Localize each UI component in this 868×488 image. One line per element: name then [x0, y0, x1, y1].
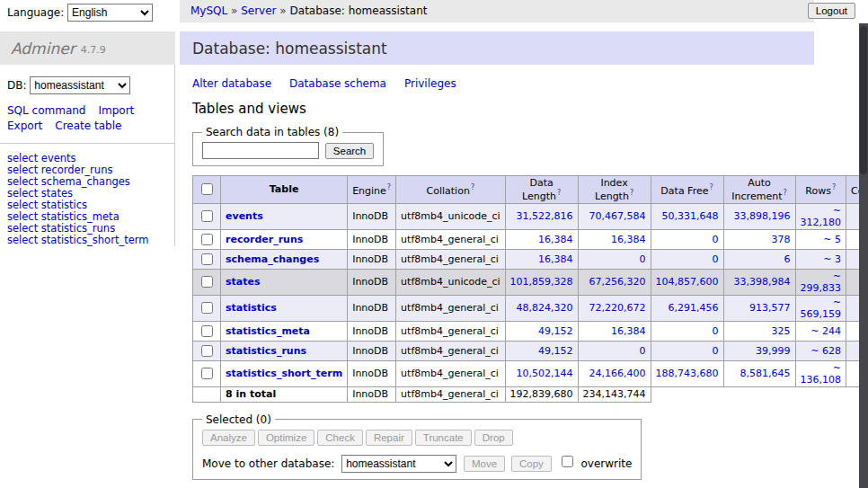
analyze-button[interactable]: Analyze [202, 430, 255, 446]
stat-link[interactable]: 188,743,680 [656, 368, 719, 379]
language-select[interactable]: English [67, 4, 153, 22]
row-checkbox[interactable] [201, 234, 213, 245]
help-link[interactable]: ? [630, 189, 633, 197]
select-all-checkbox[interactable] [201, 183, 213, 195]
stat-link[interactable]: 16,384 [611, 234, 646, 245]
drop-button[interactable]: Drop [474, 430, 513, 446]
truncate-button[interactable]: Truncate [415, 430, 472, 446]
stat-link[interactable]: 33,898,196 [734, 210, 791, 222]
stat-link[interactable]: ~ 136,108 [801, 362, 842, 386]
help-link[interactable]: ? [783, 189, 786, 197]
optimize-button[interactable]: Optimize [258, 430, 314, 446]
sidebar-select-link[interactable]: select [7, 222, 38, 235]
stat-link[interactable]: 24,166,400 [589, 368, 646, 379]
sidebar-command-link[interactable]: Import [98, 104, 134, 117]
sidebar-select-link[interactable]: select [7, 234, 38, 246]
sidebar-table-link[interactable]: statistics_meta [41, 210, 120, 223]
row-checkbox[interactable] [201, 276, 213, 288]
check-button[interactable]: Check [317, 430, 363, 446]
stat-link[interactable]: 378 [772, 234, 791, 245]
sidebar-table-link[interactable]: schema_changes [41, 175, 130, 188]
sidebar-select-link[interactable]: select [7, 175, 38, 188]
stat-link[interactable]: 913,577 [749, 302, 791, 314]
db-action-link[interactable]: Database schema [289, 77, 386, 90]
breadcrumb-link[interactable]: Server [241, 4, 276, 17]
stat-link[interactable]: 16,384 [538, 234, 573, 245]
move-button[interactable]: Move [464, 456, 505, 472]
table-name-link[interactable]: statistics_runs [226, 345, 306, 357]
stat-link[interactable]: 0 [640, 345, 646, 357]
stat-link[interactable]: ~ 299,833 [801, 271, 842, 294]
sidebar-table-link[interactable]: states [41, 187, 73, 200]
stat-link[interactable]: 16,384 [538, 253, 573, 265]
help-link[interactable]: ? [709, 183, 713, 191]
stat-link[interactable]: ~ 244 [810, 325, 841, 337]
stat-link[interactable]: 0 [713, 325, 719, 337]
table-name-link[interactable]: statistics_short_term [226, 368, 342, 379]
sidebar-select-link[interactable]: select [7, 210, 38, 223]
overwrite-checkbox[interactable] [562, 456, 573, 467]
stat-link[interactable]: 6 [784, 253, 791, 265]
row-checkbox[interactable] [201, 253, 213, 265]
sidebar-command-link[interactable]: Create table [55, 120, 121, 132]
stat-link[interactable]: 39,999 [756, 345, 791, 357]
scrollbar[interactable] [859, 23, 868, 488]
stat-link[interactable]: 70,467,584 [589, 210, 646, 222]
table-name-link[interactable]: statistics [226, 302, 277, 314]
stat-link[interactable]: 104,857,600 [656, 276, 719, 288]
stat-link[interactable]: 0 [640, 253, 646, 265]
stat-link[interactable]: ~ 569,159 [801, 297, 842, 320]
sidebar-table-link[interactable]: statistics [41, 199, 87, 211]
sidebar-command-link[interactable]: Export [7, 120, 42, 132]
sidebar-select-link[interactable]: select [7, 164, 38, 176]
breadcrumb-link[interactable]: MySQL [190, 4, 227, 17]
row-checkbox[interactable] [201, 210, 213, 222]
copy-button[interactable]: Copy [511, 456, 552, 472]
table-name-link[interactable]: recorder_runs [226, 234, 303, 245]
stat-link[interactable]: 0 [713, 345, 719, 357]
stat-link[interactable]: 31,522,816 [517, 210, 573, 222]
table-name-link[interactable]: states [226, 276, 261, 288]
sidebar-select-link[interactable]: select [7, 152, 38, 164]
table-name-link[interactable]: statistics_meta [226, 325, 310, 337]
stat-link[interactable]: 0 [713, 234, 719, 245]
help-link[interactable]: ? [471, 183, 474, 191]
row-checkbox[interactable] [201, 345, 213, 357]
row-checkbox[interactable] [201, 325, 213, 337]
stat-link[interactable]: 33,398,984 [734, 276, 791, 288]
sidebar-table-link[interactable]: events [41, 152, 76, 164]
move-db-select[interactable]: homeassistant [341, 455, 456, 473]
stat-link[interactable]: 49,152 [538, 345, 573, 357]
stat-link[interactable]: ~ 312,180 [801, 205, 842, 228]
stat-link[interactable]: ~ 628 [810, 345, 841, 357]
logout-button[interactable]: Logout [808, 3, 855, 19]
stat-link[interactable]: 10,502,144 [517, 368, 573, 379]
sidebar-select-link[interactable]: select [7, 199, 38, 211]
sidebar-select-link[interactable]: select [7, 187, 38, 200]
stat-link[interactable]: 48,824,320 [517, 302, 573, 314]
row-checkbox[interactable] [201, 302, 213, 314]
stat-link[interactable]: 72,220,672 [589, 302, 646, 314]
stat-link[interactable]: ~ 5 [823, 234, 841, 245]
stat-link[interactable]: 6,291,456 [669, 302, 719, 314]
stat-link[interactable]: 16,384 [611, 325, 646, 337]
table-name-link[interactable]: events [226, 210, 263, 222]
sidebar-command-link[interactable]: SQL command [7, 104, 85, 117]
sidebar-table-link[interactable]: statistics_runs [41, 222, 115, 235]
stat-link[interactable]: 50,331,648 [662, 210, 719, 222]
scrollbar-thumb[interactable] [860, 26, 867, 174]
stat-link[interactable]: 8,581,645 [740, 368, 791, 379]
help-link[interactable]: ? [557, 189, 561, 197]
search-button[interactable]: Search [325, 143, 374, 159]
help-link[interactable]: ? [387, 183, 391, 191]
stat-link[interactable]: 325 [772, 325, 791, 337]
stat-link[interactable]: 0 [713, 253, 719, 265]
help-link[interactable]: ? [832, 183, 836, 191]
stat-link[interactable]: 101,859,328 [510, 276, 573, 288]
row-checkbox[interactable] [201, 368, 213, 379]
adminer-logo-text[interactable]: Adminer [11, 40, 75, 58]
stat-link[interactable]: 49,152 [538, 325, 573, 337]
stat-link[interactable]: ~ 3 [823, 253, 841, 265]
db-action-link[interactable]: Alter database [192, 77, 271, 90]
sidebar-table-link[interactable]: recorder_runs [41, 164, 113, 176]
